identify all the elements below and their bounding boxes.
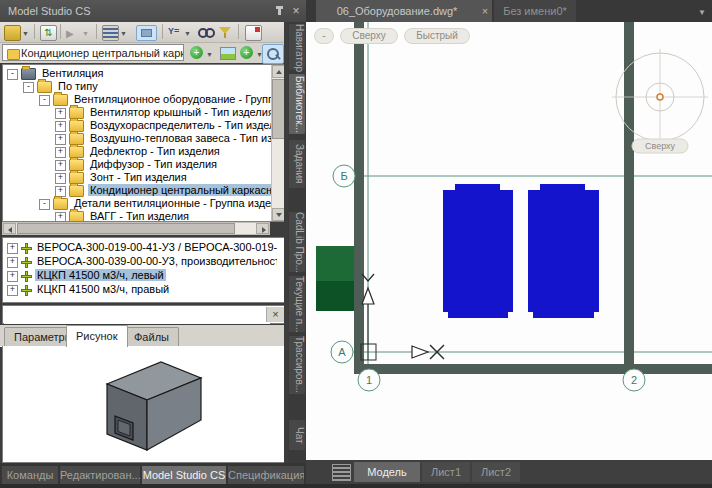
expander-icon[interactable]: + xyxy=(55,147,66,158)
wall-right[interactable] xyxy=(624,22,634,374)
sidetab-current[interactable]: Текущие п... xyxy=(289,276,305,332)
close-icon[interactable]: × xyxy=(289,4,303,18)
ahu-unit-2[interactable] xyxy=(528,190,599,312)
tab-editing[interactable]: Редактирован... xyxy=(60,466,140,485)
pin-icon[interactable] xyxy=(272,4,286,18)
filter-caret-icon[interactable]: ▼ xyxy=(184,30,191,37)
export-icon[interactable] xyxy=(245,25,262,41)
scroll-right-icon[interactable] xyxy=(256,223,269,234)
magnifier-icon[interactable] xyxy=(262,44,284,64)
wall-left[interactable] xyxy=(354,22,364,374)
ahu-unit-2-top[interactable] xyxy=(540,184,585,191)
expander-icon[interactable]: + xyxy=(55,108,66,119)
list-item[interactable]: +ВЕРОСА-300-019-00-41-У3 / ВЕРОСА-300-01… xyxy=(7,241,277,254)
tab-drawing[interactable]: Рисунок xyxy=(66,325,128,347)
binoculars-icon[interactable] xyxy=(198,25,213,39)
tree-row[interactable]: +Вентилятор крышный - Тип изделия xyxy=(55,106,276,119)
layout-list-icon[interactable] xyxy=(332,464,351,481)
expander-icon[interactable]: + xyxy=(55,212,66,222)
tree-row[interactable]: -Вентиляционное оборудование - Группа из xyxy=(39,93,286,106)
funnel-icon[interactable] xyxy=(218,25,233,39)
property-tabs: Параметры Рисунок Файлы xyxy=(0,325,288,347)
folder-icon xyxy=(69,185,84,197)
tree-horizontal-scrollbar[interactable] xyxy=(2,222,270,235)
view-mode-caret-icon[interactable]: ▼ xyxy=(120,30,127,37)
doc-tab-equipment[interactable]: 06_Оборудование.dwg* xyxy=(316,0,492,22)
card-panel-toggle-icon[interactable] xyxy=(136,25,157,41)
wall-bottom[interactable] xyxy=(354,364,712,374)
list-item-selected[interactable]: +КЦКП 41500 м3/ч, левый xyxy=(7,269,277,282)
list-item[interactable]: +ВЕРОСА-300-039-00-00-У3, производительн… xyxy=(7,255,277,268)
apply-icon[interactable]: ▶ xyxy=(66,28,74,39)
doc-tab-unnamed[interactable]: Без имени0* xyxy=(494,0,576,22)
tree-row[interactable]: -По типу xyxy=(23,80,100,93)
tab-commands[interactable]: Команды xyxy=(2,466,58,485)
tree-row[interactable]: -Вентиляция xyxy=(7,67,106,80)
viewport-visual-style-control[interactable]: Быстрый xyxy=(404,28,470,44)
tree-row[interactable]: +Воздушно-тепловая завеса - Тип издели xyxy=(55,132,286,145)
tree-row[interactable]: +Дефлектор - Тип изделия xyxy=(55,145,222,158)
expander-icon[interactable]: - xyxy=(7,69,18,80)
expander-icon[interactable]: + xyxy=(55,121,66,132)
expander-icon[interactable]: + xyxy=(55,134,66,145)
expander-icon[interactable]: - xyxy=(39,199,50,210)
tree-row[interactable]: +Воздухораспределитель - Тип изделия xyxy=(55,119,286,132)
tree-row[interactable]: -Детали вентиляционные - Группа изделий xyxy=(39,197,286,210)
tab-files[interactable]: Файлы xyxy=(124,327,179,346)
sheet-tab-list2[interactable]: Лист2 xyxy=(472,462,520,482)
print-icon[interactable] xyxy=(4,25,21,41)
scroll-left-icon[interactable] xyxy=(3,223,16,234)
view-mode-icon[interactable] xyxy=(102,25,119,41)
sidetab-routing[interactable]: Трассиров... xyxy=(289,336,305,394)
apply-caret-icon[interactable]: ▼ xyxy=(82,30,89,37)
drawing-canvas[interactable]: Б А 1 2 Сверху - Сверху Быстрый xyxy=(306,22,712,460)
tree-row[interactable]: +ВАГГ - Тип изделия xyxy=(55,210,191,222)
tab-specification[interactable]: Спецификация xyxy=(228,466,304,485)
sidetab-tasks[interactable]: Задания xyxy=(289,140,305,188)
tree-row-selected[interactable]: +Кондиционер центральный каркасно-пан xyxy=(55,184,286,197)
ahu-unit-2-base[interactable] xyxy=(533,312,594,318)
image-icon[interactable] xyxy=(220,47,236,60)
tree-row[interactable]: +Диффузор - Тип изделия xyxy=(55,158,219,171)
sidetab-cadlib-project[interactable]: CadLib Про... xyxy=(289,212,305,272)
expander-icon[interactable]: - xyxy=(39,95,50,106)
sheet-tab-model[interactable]: Модель xyxy=(354,462,420,482)
refresh-element-icon[interactable]: + xyxy=(240,46,253,59)
expander-icon[interactable]: + xyxy=(55,160,66,171)
viewport-minimize-control[interactable]: - xyxy=(314,28,334,44)
doc-list-caret-icon[interactable]: ▼ xyxy=(698,8,706,17)
add-element-icon[interactable]: + xyxy=(190,46,203,59)
equipment-green-lower[interactable] xyxy=(316,281,357,311)
sidetab-library[interactable]: Библиотек... xyxy=(289,74,305,134)
ahu-unit-1-base[interactable] xyxy=(448,312,508,318)
equipment-green-upper[interactable] xyxy=(316,246,357,281)
scroll-thumb[interactable] xyxy=(17,223,235,234)
expander-icon[interactable]: + xyxy=(55,173,66,184)
list-item[interactable]: +КЦКП 41500 м3/ч, правый xyxy=(7,283,277,296)
viewport-view-control[interactable]: Сверху xyxy=(340,28,398,44)
expander-icon[interactable]: - xyxy=(23,82,34,93)
expander-icon[interactable]: + xyxy=(7,271,18,282)
add-element-caret-icon[interactable]: ▼ xyxy=(206,51,213,58)
ahu-unit-1-top[interactable] xyxy=(455,184,500,191)
expander-icon[interactable]: + xyxy=(7,243,18,254)
tree-label: Дефлектор - Тип изделия xyxy=(88,145,222,157)
palette-titlebar[interactable]: Model Studio CS × xyxy=(0,0,306,22)
sheet-tab-list1[interactable]: Лист1 xyxy=(422,462,470,482)
sidetab-chat[interactable]: Чат xyxy=(289,420,305,450)
sidetab-navigator[interactable]: Навигатор xyxy=(289,24,305,70)
update-base-icon[interactable]: ⇅ xyxy=(40,25,57,41)
ahu-unit-1[interactable] xyxy=(443,190,513,312)
expander-icon[interactable]: + xyxy=(7,285,18,296)
tree-row[interactable]: +Зонт - Тип изделия xyxy=(55,171,189,184)
expander-icon[interactable]: + xyxy=(7,257,18,268)
tree-vertical-scrollbar[interactable] xyxy=(271,65,285,221)
doc-close-icon[interactable]: × xyxy=(478,0,492,22)
filter-conditions-icon[interactable]: Y= xyxy=(168,26,179,36)
expander-icon[interactable]: + xyxy=(55,186,66,197)
filter-input[interactable] xyxy=(4,307,270,324)
tab-model-studio-cs[interactable]: Model Studio CS xyxy=(142,466,226,485)
element-search-combo[interactable]: Кондиционер центральный карк... xyxy=(2,44,184,61)
print-caret-icon[interactable]: ▼ xyxy=(22,30,29,37)
clear-filter-icon[interactable]: × xyxy=(266,307,284,322)
